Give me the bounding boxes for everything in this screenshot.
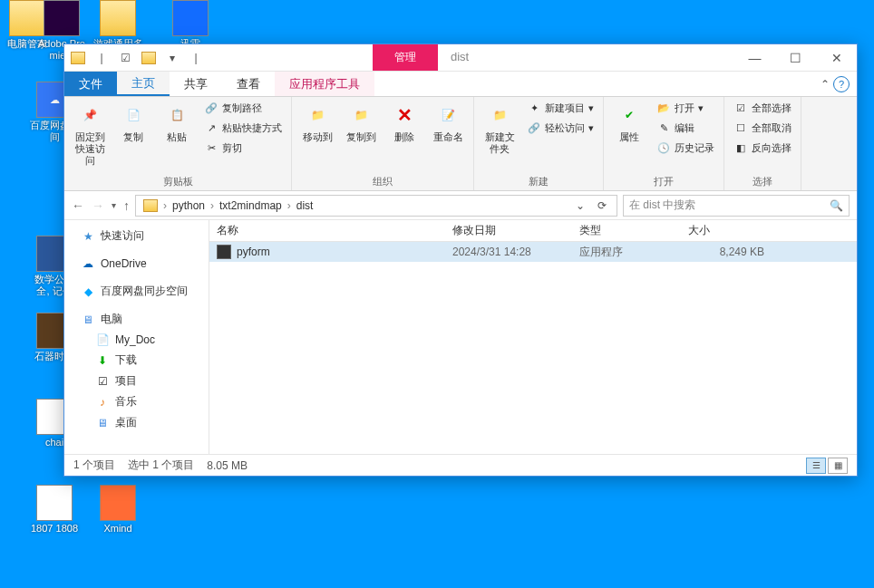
ribbon-collapse-icon[interactable]: ⌃	[821, 78, 830, 91]
ribbon-tabs: 文件 主页 共享 查看 应用程序工具 ⌃ ?	[64, 72, 857, 97]
move-to-button[interactable]: 📁移动到	[297, 99, 337, 145]
close-button[interactable]: ✕	[816, 44, 857, 72]
search-placeholder: 在 dist 中搜索	[629, 198, 695, 213]
forward-button[interactable]: →	[92, 198, 104, 213]
easyaccess-icon: 🔗	[527, 120, 541, 135]
back-button[interactable]: ←	[72, 198, 84, 213]
nav-music[interactable]: ♪音乐	[64, 391, 209, 412]
nav-this-pc[interactable]: 🖥电脑	[64, 309, 209, 330]
navigation-pane: ★快速访问 ☁OneDrive ◆百度网盘同步空间 🖥电脑 📄My_Doc ⬇下…	[64, 220, 209, 454]
copyto-icon: 📁	[346, 101, 375, 130]
nav-onedrive[interactable]: ☁OneDrive	[64, 254, 209, 274]
nav-mydoc[interactable]: 📄My_Doc	[64, 330, 209, 350]
select-none-button[interactable]: ☐全部取消	[730, 119, 795, 137]
address-dropdown-icon[interactable]: ⌄	[569, 199, 591, 212]
minimize-button[interactable]: —	[734, 44, 775, 72]
tab-view[interactable]: 查看	[222, 72, 275, 96]
tab-home[interactable]: 主页	[117, 72, 170, 96]
up-button[interactable]: ↑	[123, 198, 130, 213]
breadcrumb-segment[interactable]: txt2mindmap	[216, 199, 286, 212]
help-icon[interactable]: ?	[833, 76, 850, 92]
contextual-tab-header: 管理	[373, 44, 438, 71]
address-bar: ← → ▾ ↑ › python › txt2mindmap › dist ⌄ …	[64, 191, 857, 220]
qat-separator: |	[186, 48, 206, 68]
search-input[interactable]: 在 dist 中搜索 🔍	[623, 195, 850, 217]
search-icon[interactable]: 🔍	[830, 199, 843, 212]
breadcrumb-segment[interactable]: dist	[293, 199, 317, 212]
pin-button[interactable]: 📌固定到快速访问	[70, 99, 110, 169]
qat-checkbox[interactable]: ☑	[115, 48, 135, 68]
file-name: pyform	[237, 246, 270, 258]
selectnone-icon: ☐	[733, 120, 748, 135]
maximize-button[interactable]: ☐	[775, 44, 816, 72]
history-button[interactable]: 🕓历史记录	[653, 139, 718, 157]
edit-icon: ✎	[656, 120, 671, 135]
folder-icon[interactable]	[68, 48, 88, 68]
tab-apptools[interactable]: 应用程序工具	[275, 72, 374, 96]
breadcrumb[interactable]: › python › txt2mindmap › dist ⌄ ⟳	[135, 195, 617, 217]
cut-button[interactable]: ✂剪切	[200, 139, 286, 157]
nav-quick-access[interactable]: ★快速访问	[64, 226, 209, 246]
nav-downloads[interactable]: ⬇下载	[64, 350, 209, 371]
qat-dropdown-icon[interactable]: ▾	[162, 48, 182, 68]
status-item-count: 1 个项目	[73, 458, 115, 473]
desktop-icon[interactable]: Xmind	[91, 485, 145, 535]
new-folder-button[interactable]: 📁新建文件夹	[480, 99, 520, 157]
properties-button[interactable]: ✔属性	[609, 99, 649, 145]
file-size: 8,249 KB	[681, 246, 772, 258]
file-row[interactable]: pyform 2024/3/31 14:28 应用程序 8,249 KB	[209, 242, 857, 262]
desktop-icon: 🖥	[95, 416, 110, 430]
desktop-icon[interactable]: 1807 1808	[27, 485, 82, 535]
chevron-right-icon[interactable]: ›	[209, 199, 216, 212]
refresh-button[interactable]: ⟳	[591, 199, 613, 212]
music-icon: ♪	[95, 395, 110, 410]
recent-dropdown-icon[interactable]: ▾	[112, 200, 116, 210]
doc-icon: 📄	[95, 333, 110, 347]
breadcrumb-segment[interactable]: python	[169, 199, 209, 212]
desktop-icon[interactable]: 迅雷	[163, 0, 218, 50]
selectall-icon: ☑	[733, 101, 748, 115]
column-name[interactable]: 名称	[209, 223, 445, 238]
column-date[interactable]: 修改日期	[445, 223, 572, 238]
column-size[interactable]: 大小	[681, 223, 772, 238]
delete-button[interactable]: ✕删除	[384, 99, 424, 145]
qat-folder[interactable]	[139, 48, 159, 68]
window-title: dist	[438, 44, 481, 71]
nav-desktop[interactable]: 🖥桌面	[64, 412, 209, 433]
nav-baidupan[interactable]: ◆百度网盘同步空间	[64, 281, 209, 302]
chevron-right-icon[interactable]: ›	[286, 199, 293, 212]
status-size: 8.05 MB	[207, 459, 248, 472]
cloud-icon: ◆	[81, 284, 95, 299]
newitem-icon: ✦	[527, 101, 541, 115]
file-date: 2024/3/31 14:28	[445, 246, 572, 258]
cloud-icon: ☁	[81, 256, 95, 271]
chevron-right-icon[interactable]: ›	[161, 199, 169, 212]
file-type: 应用程序	[572, 245, 681, 260]
properties-icon: ✔	[615, 101, 644, 130]
download-icon: ⬇	[95, 353, 110, 368]
paste-icon: 📋	[162, 101, 191, 130]
cut-icon: ✂	[204, 140, 218, 155]
invert-selection-button[interactable]: ◧反向选择	[730, 139, 795, 157]
copy-to-button[interactable]: 📁复制到	[341, 99, 381, 145]
view-icons-button[interactable]: ▦	[828, 458, 848, 474]
nav-projects[interactable]: ☑项目	[64, 371, 209, 391]
invert-icon: ◧	[733, 140, 748, 155]
pin-icon: 📌	[75, 101, 104, 130]
file-explorer-window: | ☑ ▾ | 管理 dist — ☐ ✕ 文件 主页 共享 查看 应用程序工具…	[63, 43, 858, 477]
open-button[interactable]: 📂打开 ▾	[653, 99, 718, 117]
copy-button[interactable]: 📄复制	[113, 99, 153, 145]
newfolder-icon: 📁	[485, 101, 514, 130]
column-type[interactable]: 类型	[572, 223, 681, 238]
tab-share[interactable]: 共享	[170, 72, 222, 96]
new-item-button[interactable]: ✦新建项目 ▾	[523, 99, 597, 117]
view-details-button[interactable]: ☰	[806, 458, 826, 474]
copy-path-button[interactable]: 🔗复制路径	[200, 99, 286, 117]
edit-button[interactable]: ✎编辑	[653, 119, 718, 137]
paste-shortcut-button[interactable]: ↗粘贴快捷方式	[200, 119, 286, 137]
tab-file[interactable]: 文件	[64, 72, 117, 96]
rename-button[interactable]: 📝重命名	[428, 99, 468, 145]
select-all-button[interactable]: ☑全部选择	[730, 99, 795, 117]
paste-button[interactable]: 📋粘贴	[157, 99, 197, 145]
easy-access-button[interactable]: 🔗轻松访问 ▾	[523, 119, 597, 137]
